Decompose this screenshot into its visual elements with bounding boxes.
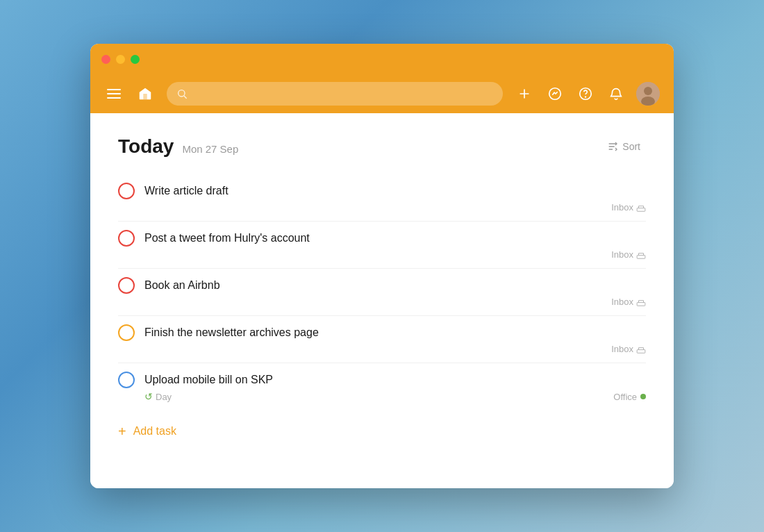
toolbar-left	[104, 83, 156, 104]
page-header: Today Mon 27 Sep Sort	[118, 135, 646, 158]
task-checkbox[interactable]	[118, 277, 135, 294]
svg-rect-14	[637, 255, 645, 258]
inbox-icon	[636, 297, 646, 307]
task-checkbox[interactable]	[118, 372, 135, 388]
add-button[interactable]	[514, 83, 535, 104]
task-item: Finish the newsletter archives page Inbo…	[118, 316, 646, 363]
tag-label: Inbox	[611, 249, 633, 260]
task-item: Upload mobile bill on SKP ↺ Day Office	[118, 363, 646, 410]
task-item: Write article draft Inbox	[118, 174, 646, 222]
notifications-button[interactable]	[606, 83, 626, 104]
task-tag: Inbox	[611, 297, 646, 307]
task-row: Write article draft	[118, 183, 646, 199]
svg-rect-16	[637, 349, 645, 353]
task-list: Write article draft Inbox Post	[118, 174, 646, 410]
main-content: Today Mon 27 Sep Sort Write articl	[90, 113, 674, 488]
task-bottom-row: ↺ Day Office	[118, 391, 646, 402]
home-button[interactable]	[135, 83, 156, 104]
avatar[interactable]	[636, 82, 660, 106]
recurrence-icon: ↺	[144, 391, 153, 402]
tag-label: Inbox	[611, 344, 633, 354]
task-meta-row: Inbox	[118, 344, 646, 354]
task-item: Book an Airbnb Inbox	[118, 269, 646, 316]
trending-icon	[547, 86, 563, 101]
minimize-button[interactable]	[116, 55, 125, 64]
task-meta-row: Inbox	[118, 297, 646, 307]
task-tag: Inbox	[611, 344, 646, 354]
svg-line-1	[184, 96, 187, 99]
sort-icon	[607, 141, 618, 152]
task-title: Upload mobile bill on SKP	[144, 374, 646, 386]
menu-button[interactable]	[104, 86, 124, 101]
avatar-image	[636, 82, 660, 106]
office-label: Office	[613, 392, 637, 402]
svg-rect-15	[637, 302, 645, 306]
page-title: Today	[118, 135, 174, 158]
recurrence-label: Day	[156, 392, 172, 402]
plus-icon: +	[118, 424, 126, 438]
inbox-icon	[636, 344, 646, 354]
toolbar	[90, 74, 674, 113]
traffic-lights	[101, 55, 140, 64]
task-tag: Inbox	[611, 249, 646, 260]
task-row: Book an Airbnb	[118, 277, 646, 294]
task-office-tag: Office	[613, 392, 646, 402]
help-icon	[578, 86, 593, 101]
task-meta-row: Inbox	[118, 202, 646, 213]
task-title: Post a tweet from Hulry's account	[144, 232, 646, 244]
home-icon	[138, 86, 153, 101]
task-title: Book an Airbnb	[144, 279, 646, 292]
svg-point-6	[586, 97, 586, 97]
maximize-button[interactable]	[131, 55, 140, 64]
add-task-label: Add task	[133, 425, 176, 438]
trending-button[interactable]	[545, 83, 565, 104]
task-meta-row: Inbox	[118, 249, 646, 260]
task-row: Finish the newsletter archives page	[118, 324, 646, 341]
sort-button[interactable]: Sort	[601, 138, 646, 155]
search-icon	[176, 88, 188, 99]
tag-label: Inbox	[611, 202, 633, 213]
task-checkbox[interactable]	[118, 183, 135, 199]
page-title-group: Today Mon 27 Sep	[118, 135, 238, 158]
svg-point-8	[644, 87, 652, 95]
inbox-icon	[636, 250, 646, 260]
plus-icon	[517, 86, 532, 101]
task-recurrence: ↺ Day	[144, 391, 172, 402]
task-title: Write article draft	[144, 185, 646, 197]
help-button[interactable]	[575, 83, 596, 104]
add-task-button[interactable]: + Add task	[118, 416, 176, 447]
toolbar-right	[514, 82, 660, 106]
hamburger-icon	[107, 89, 121, 99]
task-checkbox[interactable]	[118, 324, 135, 341]
search-input[interactable]	[193, 88, 493, 99]
task-title: Finish the newsletter archives page	[144, 326, 646, 339]
task-checkbox[interactable]	[118, 230, 135, 247]
inbox-icon	[636, 203, 646, 213]
task-item: Post a tweet from Hulry's account Inbox	[118, 222, 646, 269]
sort-label: Sort	[622, 141, 640, 152]
app-window: Today Mon 27 Sep Sort Write articl	[90, 44, 674, 488]
office-dot	[640, 394, 646, 399]
task-row: Upload mobile bill on SKP	[118, 372, 646, 388]
search-bar[interactable]	[167, 82, 503, 106]
tag-label: Inbox	[611, 297, 633, 307]
svg-rect-13	[637, 208, 645, 211]
titlebar	[90, 44, 674, 74]
page-date: Mon 27 Sep	[182, 143, 238, 155]
task-row: Post a tweet from Hulry's account	[118, 230, 646, 247]
svg-point-0	[178, 90, 185, 97]
task-tag: Inbox	[611, 202, 646, 213]
bell-icon	[608, 86, 624, 101]
close-button[interactable]	[101, 55, 110, 64]
